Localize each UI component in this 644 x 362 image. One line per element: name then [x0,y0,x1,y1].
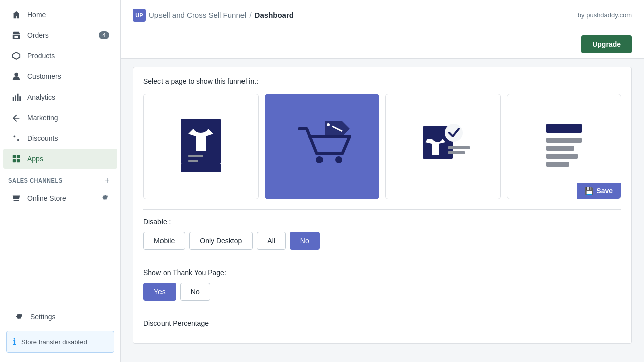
disable-no-button[interactable]: No [290,232,320,250]
svg-point-20 [327,123,330,126]
svg-rect-28 [546,154,578,159]
page-option-product[interactable] [143,94,259,199]
divider-1 [143,209,621,210]
save-button[interactable]: 💾 Save [577,183,621,199]
upgrade-button[interactable]: Upgrade [581,35,632,53]
svg-point-6 [17,139,19,141]
sidebar-item-marketing[interactable]: Marketing [3,108,117,128]
svg-rect-14 [188,155,203,157]
disable-all-button[interactable]: All [257,232,286,250]
sales-channels-section: SALES CHANNELS + [0,169,120,188]
svg-rect-24 [448,151,465,154]
svg-rect-4 [19,96,21,101]
divider-2 [143,260,621,260]
svg-point-17 [316,156,323,163]
svg-rect-9 [13,159,16,162]
orders-icon [11,30,21,40]
thank-you-label: Show on Thank You Page: [143,268,621,277]
sidebar-item-orders[interactable]: Orders 4 [3,25,117,45]
topbar: UP Upsell and Cross Sell Funnel / Dashbo… [121,0,644,30]
breadcrumb-link[interactable]: Upsell and Cross Sell Funnel [149,11,246,19]
thank-you-yes-button[interactable]: Yes [143,283,176,301]
disable-mobile-button[interactable]: Mobile [143,232,185,250]
dashboard-card: Select a page to show this funnel in.: [133,67,632,344]
store-transfer-banner: ℹ Store transfer disabled [6,331,114,353]
analytics-icon [11,92,21,102]
discount-percentage-label: Discount Percentage [143,319,621,327]
settings-icon [14,312,24,322]
disable-label: Disable : [143,218,621,226]
thank-you-no-button[interactable]: No [180,283,210,301]
sidebar-item-home[interactable]: Home [3,5,117,25]
topbar-by-text: by pushdaddy.com [578,11,632,19]
sidebar-item-analytics[interactable]: Analytics [3,87,117,107]
page-selector-options: 💾 Save [143,94,621,199]
svg-rect-25 [546,124,582,133]
online-store-icon [11,193,21,203]
page-selector-section: Select a page to show this funnel in.: [143,77,621,199]
svg-rect-15 [188,160,198,162]
svg-rect-8 [17,155,20,158]
sidebar-nav: Home Orders 4 Products Customers [0,0,120,301]
svg-point-5 [14,136,16,138]
svg-rect-10 [17,159,20,162]
add-sales-channel-button[interactable]: + [102,175,112,186]
sidebar-item-online-store[interactable]: Online Store [3,188,117,208]
upgrade-bar: Upgrade [121,30,644,59]
breadcrumb: UP Upsell and Cross Sell Funnel / Dashbo… [133,9,294,22]
apps-icon [11,154,21,164]
disable-only-desktop-button[interactable]: Only Desktop [189,232,253,250]
disable-section: Disable : Mobile Only Desktop All No [143,218,621,250]
sidebar-item-apps[interactable]: Apps [3,149,117,169]
main-content: UP Upsell and Cross Sell Funnel / Dashbo… [121,0,644,362]
svg-point-18 [335,156,342,163]
sidebar-item-products[interactable]: Products [3,46,117,66]
svg-rect-23 [448,146,470,149]
online-store-settings-icon[interactable] [101,194,109,203]
page-selector-label: Select a page to show this funnel in.: [143,77,621,85]
sidebar-item-discounts[interactable]: Discounts [3,128,117,148]
svg-rect-3 [17,94,19,101]
sidebar: Home Orders 4 Products Customers [0,0,121,362]
svg-point-0 [14,73,18,76]
page-option-list[interactable]: 💾 Save [507,94,622,199]
svg-rect-7 [13,155,16,158]
save-icon: 💾 [585,187,593,195]
home-icon [11,10,21,20]
svg-rect-27 [546,146,574,151]
content-area: Upgrade Select a page to show this funne… [121,30,644,362]
thank-you-section: Show on Thank You Page: Yes No [143,268,621,301]
svg-point-22 [445,124,463,142]
page-option-cart[interactable] [265,94,380,199]
svg-rect-26 [546,138,582,143]
svg-rect-16 [181,164,221,172]
page-option-order[interactable] [385,94,501,199]
breadcrumb-current: Dashboard [255,11,294,19]
sidebar-bottom: Settings ℹ Store transfer disabled [0,301,120,362]
svg-rect-2 [15,95,16,101]
sidebar-item-settings[interactable]: Settings [6,307,114,327]
divider-3 [143,311,621,311]
svg-rect-1 [13,97,14,101]
svg-rect-29 [546,162,569,167]
orders-badge: 4 [99,31,109,39]
products-icon [11,51,21,61]
thank-you-button-group: Yes No [143,283,621,301]
customers-icon [11,71,21,81]
sidebar-item-customers[interactable]: Customers [3,66,117,86]
marketing-icon [11,113,21,123]
disable-button-group: Mobile Only Desktop All No [143,232,621,250]
app-icon: UP [133,9,146,22]
discounts-icon [11,133,21,143]
info-icon: ℹ [13,336,16,347]
